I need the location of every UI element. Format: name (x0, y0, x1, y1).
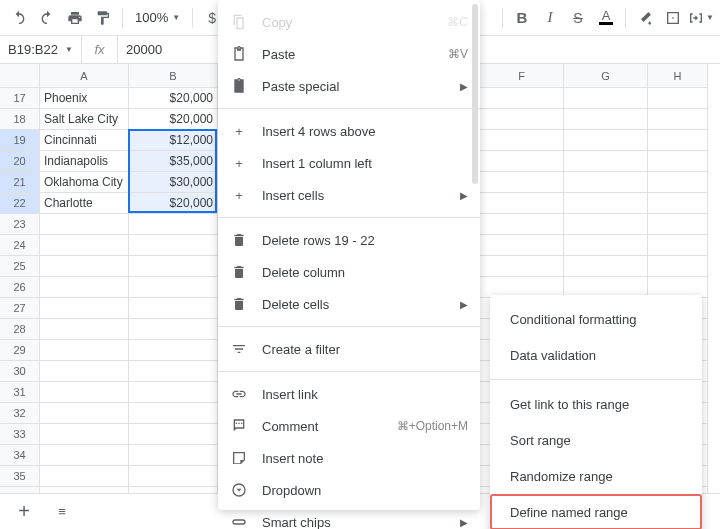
text-color-button[interactable]: A (593, 5, 619, 31)
cell[interactable] (564, 172, 648, 193)
cell[interactable]: Indianapolis (40, 151, 129, 172)
cell[interactable] (480, 130, 564, 151)
menu-insert-note[interactable]: Insert note (218, 442, 480, 474)
bold-button[interactable]: B (509, 5, 535, 31)
select-all-corner[interactable] (0, 64, 40, 88)
cell[interactable] (480, 256, 564, 277)
submenu-get-link[interactable]: Get link to this range (490, 386, 702, 422)
strikethrough-button[interactable]: S (565, 5, 591, 31)
row-header[interactable]: 34 (0, 445, 40, 466)
row-header[interactable]: 27 (0, 298, 40, 319)
cell[interactable] (648, 172, 708, 193)
cell[interactable] (648, 109, 708, 130)
col-header-A[interactable]: A (40, 64, 129, 88)
merge-button[interactable]: ▼ (688, 5, 714, 31)
cell[interactable]: Charlotte (40, 193, 129, 214)
row-header[interactable]: 21 (0, 172, 40, 193)
cell[interactable] (480, 109, 564, 130)
cell[interactable]: $12,000 (129, 130, 218, 151)
cell[interactable] (40, 466, 129, 487)
cell[interactable] (40, 256, 129, 277)
all-sheets-button[interactable]: ≡ (48, 498, 76, 526)
submenu-sort-range[interactable]: Sort range (490, 422, 702, 458)
menu-paste-special[interactable]: Paste special▶ (218, 70, 480, 102)
paint-format-button[interactable] (90, 5, 116, 31)
cell[interactable] (129, 235, 218, 256)
cell[interactable] (564, 88, 648, 109)
cell[interactable]: $30,000 (129, 172, 218, 193)
cell[interactable] (129, 424, 218, 445)
menu-comment[interactable]: Comment⌘+Option+M (218, 410, 480, 442)
cell[interactable]: $20,000 (129, 109, 218, 130)
menu-delete-rows[interactable]: Delete rows 19 - 22 (218, 224, 480, 256)
cell[interactable] (40, 298, 129, 319)
cell[interactable] (129, 256, 218, 277)
cell[interactable]: Cincinnati (40, 130, 129, 151)
zoom-dropdown[interactable]: 100%▼ (129, 10, 186, 25)
cell[interactable] (129, 361, 218, 382)
menu-copy[interactable]: Copy⌘C (218, 6, 480, 38)
menu-insert-link[interactable]: Insert link (218, 378, 480, 410)
menu-delete-column[interactable]: Delete column (218, 256, 480, 288)
row-header[interactable]: 31 (0, 382, 40, 403)
cell[interactable] (648, 193, 708, 214)
col-header-G[interactable]: G (564, 64, 648, 88)
col-header-B[interactable]: B (129, 64, 218, 88)
cell[interactable] (648, 88, 708, 109)
col-header-F[interactable]: F (480, 64, 564, 88)
menu-insert-column[interactable]: + Insert 1 column left (218, 147, 480, 179)
menu-delete-cells[interactable]: Delete cells▶ (218, 288, 480, 320)
borders-button[interactable] (660, 5, 686, 31)
submenu-define-named-range[interactable]: Define named range (490, 494, 702, 529)
row-header[interactable]: 25 (0, 256, 40, 277)
cell[interactable] (648, 151, 708, 172)
cell[interactable] (564, 193, 648, 214)
cell[interactable]: Oklahoma City (40, 172, 129, 193)
row-header[interactable]: 17 (0, 88, 40, 109)
cell[interactable] (40, 277, 129, 298)
submenu-randomize[interactable]: Randomize range (490, 458, 702, 494)
cell[interactable] (40, 424, 129, 445)
menu-insert-cells[interactable]: + Insert cells▶ (218, 179, 480, 211)
cell[interactable]: $35,000 (129, 151, 218, 172)
cell[interactable] (648, 130, 708, 151)
row-header[interactable]: 26 (0, 277, 40, 298)
cell[interactable] (648, 214, 708, 235)
menu-insert-rows[interactable]: + Insert 4 rows above (218, 115, 480, 147)
row-header[interactable]: 22 (0, 193, 40, 214)
cell[interactable] (40, 319, 129, 340)
cell[interactable] (564, 256, 648, 277)
submenu-data-validation[interactable]: Data validation (490, 337, 702, 373)
cell[interactable] (129, 277, 218, 298)
cell[interactable] (564, 109, 648, 130)
cell[interactable] (40, 235, 129, 256)
cell[interactable]: Phoenix (40, 88, 129, 109)
cell[interactable] (129, 340, 218, 361)
row-header[interactable]: 32 (0, 403, 40, 424)
print-button[interactable] (62, 5, 88, 31)
row-header[interactable]: 30 (0, 361, 40, 382)
row-header[interactable]: 20 (0, 151, 40, 172)
row-header[interactable]: 28 (0, 319, 40, 340)
row-header[interactable]: 18 (0, 109, 40, 130)
cell[interactable] (129, 466, 218, 487)
cell[interactable] (564, 151, 648, 172)
cell[interactable] (129, 214, 218, 235)
name-box[interactable]: B19:B22▼ (0, 36, 82, 63)
cell[interactable] (480, 151, 564, 172)
cell[interactable] (564, 235, 648, 256)
cell[interactable] (564, 214, 648, 235)
row-header[interactable]: 19 (0, 130, 40, 151)
row-header[interactable]: 29 (0, 340, 40, 361)
cell[interactable] (648, 256, 708, 277)
row-header[interactable]: 23 (0, 214, 40, 235)
submenu-conditional-formatting[interactable]: Conditional formatting (490, 301, 702, 337)
cell[interactable] (40, 382, 129, 403)
cell[interactable]: $20,000 (129, 193, 218, 214)
italic-button[interactable]: I (537, 5, 563, 31)
cell[interactable] (40, 214, 129, 235)
row-header[interactable]: 24 (0, 235, 40, 256)
cell[interactable]: $20,000 (129, 88, 218, 109)
row-header[interactable]: 33 (0, 424, 40, 445)
cell[interactable] (40, 361, 129, 382)
